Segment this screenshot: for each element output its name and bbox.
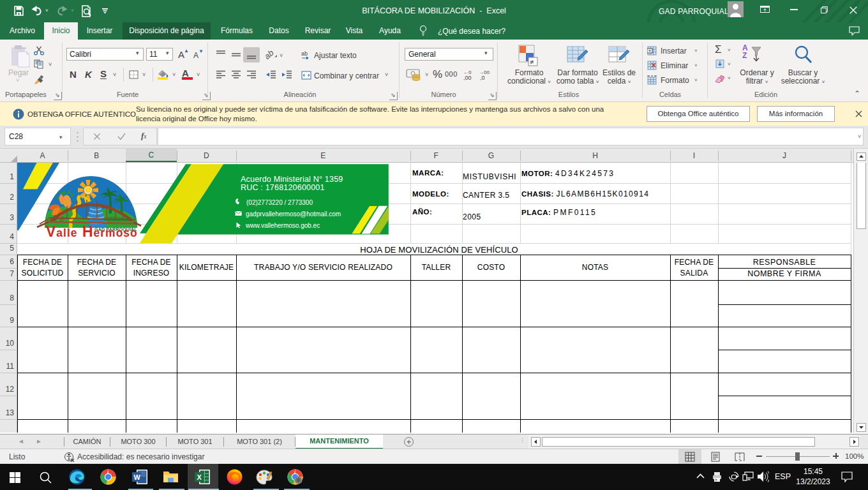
svg-text:≠: ≠ — [530, 58, 534, 66]
svg-text:ab: ab — [301, 50, 308, 57]
svg-text:ab: ab — [266, 48, 276, 61]
svg-text:W: W — [134, 473, 141, 481]
svg-text:,0: ,0 — [480, 75, 485, 80]
svg-text:X: X — [197, 473, 202, 481]
svg-text:,00: ,00 — [463, 75, 472, 80]
svg-text:gadprvallehermoso@hotmail.com: gadprvallehermoso@hotmail.com — [246, 211, 341, 218]
svg-text:RUC : 1768120600001: RUC : 1768120600001 — [241, 183, 325, 192]
svg-text:www.vallehermoso.gob.ec: www.vallehermoso.gob.ec — [245, 222, 320, 229]
svg-text:(02)2773220 / 2773300: (02)2773220 / 2773300 — [246, 199, 313, 206]
svg-text:Acuerdo Ministerial N° 1359: Acuerdo Ministerial N° 1359 — [241, 175, 343, 184]
